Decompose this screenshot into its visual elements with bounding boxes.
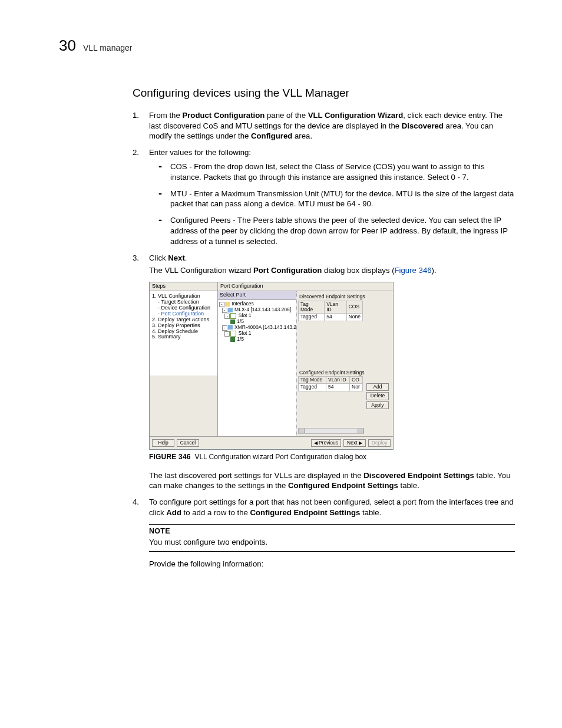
- cell: Nor: [350, 384, 363, 391]
- provide-info-line: Provide the following information:: [149, 559, 515, 569]
- after-figure-paragraph: The last discovered port settings for VL…: [149, 470, 515, 492]
- term: Port Configuration: [253, 266, 322, 275]
- figure-caption-text: VLL Configuration wizard Port Configurat…: [194, 453, 366, 461]
- tree-slot[interactable]: Slot 1: [239, 312, 252, 318]
- chapter-title: VLL manager: [83, 42, 133, 54]
- chevron-right-icon: ▶: [359, 440, 362, 446]
- term: Product Configuration: [182, 111, 265, 120]
- device-icon: [228, 325, 233, 330]
- horizontal-scrollbar[interactable]: [298, 428, 364, 434]
- previous-button[interactable]: ◀ Previous: [311, 439, 341, 447]
- select-port-pane: Select Port - Interfaces - MLX-4 [143.14…: [218, 291, 297, 436]
- cell: Tagged: [299, 384, 326, 391]
- port-config-header: Port Configuration: [218, 282, 393, 291]
- step-2-intro: Enter values for the following:: [149, 148, 251, 157]
- text: dialog box displays (: [322, 266, 394, 275]
- discovered-settings-table: Tag Mode VLan ID COS Tagged 54 Non: [298, 301, 363, 321]
- term: Configured Endpoint Settings: [250, 508, 361, 517]
- cell: None: [346, 314, 362, 321]
- next-button[interactable]: Next ▶: [343, 439, 366, 447]
- tree-slot[interactable]: Slot 1: [239, 330, 252, 336]
- configured-settings-table: Tag Mode VLan ID CO Tagged 54: [298, 376, 363, 391]
- text: to add a row to the: [181, 508, 250, 517]
- interfaces-tree[interactable]: - Interfaces - MLX-4 [143.143.143.206] -…: [218, 300, 296, 436]
- tree-device[interactable]: XMR-4000A [143.143.143.204]: [234, 324, 296, 330]
- text: table.: [360, 508, 381, 517]
- page-header: 30 VLL manager: [59, 35, 515, 56]
- help-button[interactable]: Help: [152, 439, 174, 447]
- device-icon: [228, 308, 233, 312]
- text: From the: [149, 111, 182, 120]
- dialog-footer: Help Cancel ◀ Previous Next ▶ Deploy: [150, 436, 393, 450]
- col-header[interactable]: Tag Mode: [299, 376, 326, 383]
- term: Configured: [251, 131, 292, 140]
- figure-caption: FIGURE 346 VLL Configuration wizard Port…: [149, 452, 515, 462]
- port-configuration-dialog: Steps 1. VLL Configuration - Target Sele…: [149, 282, 394, 450]
- add-button[interactable]: Add: [366, 383, 389, 391]
- cancel-button[interactable]: Cancel: [177, 439, 199, 447]
- delete-button[interactable]: Delete: [366, 392, 389, 400]
- list-item: MTU - Enter a Maximum Transmission Unit …: [162, 189, 515, 210]
- settings-pane: Discovered Endpoint Settings Tag Mode VL…: [297, 291, 393, 436]
- tree-port[interactable]: 1/5: [237, 336, 244, 342]
- step-3-paragraph: The VLL Configuration wizard Port Config…: [149, 265, 515, 276]
- text: The last discovered port settings for VL…: [149, 471, 363, 480]
- note-label: NOTE: [149, 526, 515, 536]
- section-title: Configuring devices using the VLL Manage…: [133, 85, 515, 101]
- label: Next: [347, 440, 357, 446]
- steps-header: Steps: [150, 282, 217, 291]
- col-header[interactable]: VLan ID: [326, 376, 350, 383]
- term: Next: [168, 253, 185, 262]
- steps-list: 1. VLL Configuration - Target Selection …: [150, 291, 217, 375]
- step-item[interactable]: 5. Summary: [151, 334, 216, 340]
- term: Add: [166, 508, 181, 517]
- figure-label: FIGURE 346: [149, 453, 191, 461]
- label: Previous: [319, 440, 338, 446]
- list-item: COS - From the drop down list, select th…: [162, 162, 515, 183]
- configured-settings-title: Configured Endpoint Settings: [298, 370, 392, 376]
- apply-button[interactable]: Apply: [366, 401, 389, 409]
- text: Click: [149, 253, 168, 262]
- term: Discovered: [402, 121, 444, 130]
- term: Configured Endpoint Settings: [288, 481, 398, 490]
- figure-link[interactable]: Figure 346: [395, 266, 432, 275]
- discovered-settings-title: Discovered Endpoint Settings: [298, 294, 392, 300]
- text: .: [185, 253, 187, 262]
- step-2: Enter values for the following: COS - Fr…: [133, 147, 515, 247]
- table-row[interactable]: Tagged 54 None: [299, 314, 363, 321]
- col-header[interactable]: Tag Mode: [299, 301, 325, 314]
- step-3: Click Next. The VLL Configuration wizard…: [133, 253, 515, 492]
- col-header[interactable]: COS: [346, 301, 362, 314]
- note-text: You must configure two endpoints.: [149, 537, 515, 548]
- select-port-header: Select Port: [218, 291, 296, 300]
- text: The VLL Configuration wizard: [149, 266, 253, 275]
- cell: 54: [325, 314, 347, 321]
- cell: 54: [326, 384, 350, 391]
- step-2-list: COS - From the drop down list, select th…: [149, 162, 515, 247]
- chapter-number: 30: [59, 35, 76, 56]
- steps-pane: Steps 1. VLL Configuration - Target Sele…: [150, 282, 218, 436]
- text: pane of the: [265, 111, 308, 120]
- step-4: To configure port settings for a port th…: [115, 497, 515, 569]
- chevron-left-icon: ◀: [314, 440, 318, 446]
- term: VLL Configuration Wizard: [308, 111, 404, 120]
- text: area.: [292, 131, 312, 140]
- figure-346: Steps 1. VLL Configuration - Target Sele…: [149, 282, 515, 450]
- text: ).: [432, 266, 437, 275]
- deploy-button: Deploy: [368, 439, 391, 447]
- text: table.: [398, 481, 419, 490]
- col-header[interactable]: CO: [350, 376, 363, 383]
- folder-icon: [225, 302, 230, 307]
- instruction-list: From the Product Configuration pane of t…: [133, 110, 515, 569]
- col-header[interactable]: VLan ID: [325, 301, 347, 314]
- tree-device[interactable]: MLX-4 [143.143.143.206]: [234, 307, 291, 312]
- tree-root[interactable]: Interfaces: [232, 301, 253, 307]
- note-block: NOTE You must configure two endpoints.: [149, 524, 515, 552]
- port-icon: [230, 337, 235, 342]
- list-item: Configured Peers - The Peers table shows…: [162, 215, 515, 246]
- cell: Tagged: [299, 314, 325, 321]
- step-1: From the Product Configuration pane of t…: [133, 110, 515, 141]
- term: Discovered Endpoint Settings: [363, 471, 474, 480]
- table-row[interactable]: Tagged 54 Nor: [299, 384, 363, 391]
